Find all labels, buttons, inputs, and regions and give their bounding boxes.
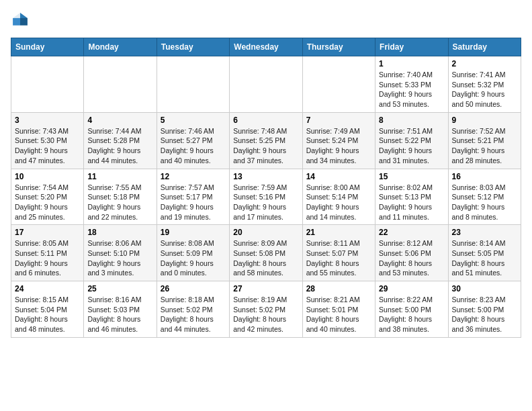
day-info: Sunrise: 7:41 AMSunset: 5:32 PMDaylight:…: [452, 70, 517, 109]
svg-marker-3: [20, 18, 28, 26]
calendar-cell: 11Sunrise: 7:55 AMSunset: 5:18 PMDayligh…: [84, 169, 157, 225]
day-info: Sunrise: 8:03 AMSunset: 5:12 PMDaylight:…: [452, 183, 517, 222]
day-number: 10: [15, 172, 80, 181]
calendar-cell: 29Sunrise: 8:22 AMSunset: 5:00 PMDayligh…: [375, 281, 448, 338]
calendar-cell: 7Sunrise: 7:49 AMSunset: 5:24 PMDaylight…: [302, 112, 375, 169]
day-header-saturday: Saturday: [448, 38, 521, 56]
day-header-wednesday: Wednesday: [230, 38, 302, 56]
day-number: 21: [306, 228, 371, 237]
calendar-week-row: 24Sunrise: 8:15 AMSunset: 5:04 PMDayligh…: [11, 281, 521, 338]
day-header-thursday: Thursday: [302, 38, 375, 56]
day-info: Sunrise: 8:06 AMSunset: 5:10 PMDaylight:…: [87, 238, 152, 278]
day-info: Sunrise: 8:18 AMSunset: 5:02 PMDaylight:…: [161, 295, 226, 334]
day-info: Sunrise: 7:48 AMSunset: 5:25 PMDaylight:…: [233, 126, 298, 166]
calendar-cell: [11, 56, 84, 113]
day-info: Sunrise: 8:02 AMSunset: 5:13 PMDaylight:…: [379, 183, 444, 222]
day-number: 15: [379, 172, 444, 181]
day-header-sunday: Sunday: [11, 38, 84, 56]
calendar-cell: 3Sunrise: 7:43 AMSunset: 5:30 PMDaylight…: [11, 112, 84, 169]
calendar-cell: 23Sunrise: 8:14 AMSunset: 5:05 PMDayligh…: [448, 225, 521, 281]
day-number: 30: [452, 284, 517, 293]
calendar-cell: 24Sunrise: 8:15 AMSunset: 5:04 PMDayligh…: [11, 281, 84, 338]
day-number: 6: [233, 116, 298, 125]
day-info: Sunrise: 8:19 AMSunset: 5:02 PMDaylight:…: [233, 295, 298, 334]
day-info: Sunrise: 8:14 AMSunset: 5:05 PMDaylight:…: [452, 238, 517, 278]
day-info: Sunrise: 7:40 AMSunset: 5:33 PMDaylight:…: [379, 70, 444, 109]
calendar-cell: 12Sunrise: 7:57 AMSunset: 5:17 PMDayligh…: [157, 169, 229, 225]
day-number: 29: [379, 284, 444, 293]
day-info: Sunrise: 7:46 AMSunset: 5:27 PMDaylight:…: [161, 126, 226, 166]
calendar-cell: 20Sunrise: 8:09 AMSunset: 5:08 PMDayligh…: [230, 225, 302, 281]
calendar-cell: 21Sunrise: 8:11 AMSunset: 5:07 PMDayligh…: [302, 225, 375, 281]
day-info: Sunrise: 7:57 AMSunset: 5:17 PMDaylight:…: [161, 183, 226, 222]
day-info: Sunrise: 8:22 AMSunset: 5:00 PMDaylight:…: [379, 295, 444, 334]
day-info: Sunrise: 7:51 AMSunset: 5:22 PMDaylight:…: [379, 126, 444, 166]
calendar-cell: 27Sunrise: 8:19 AMSunset: 5:02 PMDayligh…: [230, 281, 302, 338]
day-header-friday: Friday: [375, 38, 448, 56]
day-number: 18: [87, 228, 152, 237]
calendar-cell: 16Sunrise: 8:03 AMSunset: 5:12 PMDayligh…: [448, 169, 521, 225]
day-number: 22: [379, 228, 444, 237]
calendar-table: SundayMondayTuesdayWednesdayThursdayFrid…: [11, 38, 521, 338]
calendar-cell: 28Sunrise: 8:21 AMSunset: 5:01 PMDayligh…: [302, 281, 375, 338]
calendar-cell: 9Sunrise: 7:52 AMSunset: 5:21 PMDaylight…: [448, 112, 521, 169]
day-number: 26: [161, 284, 226, 293]
calendar-header-row: SundayMondayTuesdayWednesdayThursdayFrid…: [11, 38, 521, 56]
day-number: 23: [452, 228, 517, 237]
day-number: 4: [87, 116, 152, 125]
day-info: Sunrise: 8:23 AMSunset: 5:00 PMDaylight:…: [452, 295, 517, 334]
calendar-cell: 2Sunrise: 7:41 AMSunset: 5:32 PMDaylight…: [448, 56, 521, 113]
day-number: 11: [87, 172, 152, 181]
calendar-cell: 17Sunrise: 8:05 AMSunset: 5:11 PMDayligh…: [11, 225, 84, 281]
calendar-cell: 13Sunrise: 7:59 AMSunset: 5:16 PMDayligh…: [230, 169, 302, 225]
day-number: 28: [306, 284, 371, 293]
day-header-monday: Monday: [84, 38, 157, 56]
day-number: 3: [15, 116, 80, 125]
day-info: Sunrise: 7:55 AMSunset: 5:18 PMDaylight:…: [87, 183, 152, 222]
logo: [11, 11, 32, 30]
calendar-cell: 26Sunrise: 8:18 AMSunset: 5:02 PMDayligh…: [157, 281, 229, 338]
day-info: Sunrise: 8:15 AMSunset: 5:04 PMDaylight:…: [15, 295, 80, 334]
day-number: 5: [161, 116, 226, 125]
svg-marker-4: [13, 18, 20, 26]
calendar-cell: 10Sunrise: 7:54 AMSunset: 5:20 PMDayligh…: [11, 169, 84, 225]
day-info: Sunrise: 7:52 AMSunset: 5:21 PMDaylight:…: [452, 126, 517, 166]
calendar-cell: 25Sunrise: 8:16 AMSunset: 5:03 PMDayligh…: [84, 281, 157, 338]
day-number: 1: [379, 59, 444, 68]
calendar-cell: 19Sunrise: 8:08 AMSunset: 5:09 PMDayligh…: [157, 225, 229, 281]
calendar-cell: [84, 56, 157, 113]
calendar-cell: 5Sunrise: 7:46 AMSunset: 5:27 PMDaylight…: [157, 112, 229, 169]
calendar-cell: [157, 56, 229, 113]
day-info: Sunrise: 8:05 AMSunset: 5:11 PMDaylight:…: [15, 238, 80, 278]
calendar-cell: 4Sunrise: 7:44 AMSunset: 5:28 PMDaylight…: [84, 112, 157, 169]
calendar-cell: [230, 56, 302, 113]
day-number: 16: [452, 172, 517, 181]
calendar-cell: 8Sunrise: 7:51 AMSunset: 5:22 PMDaylight…: [375, 112, 448, 169]
calendar-week-row: 10Sunrise: 7:54 AMSunset: 5:20 PMDayligh…: [11, 169, 521, 225]
day-info: Sunrise: 7:43 AMSunset: 5:30 PMDaylight:…: [15, 126, 80, 166]
calendar-cell: 18Sunrise: 8:06 AMSunset: 5:10 PMDayligh…: [84, 225, 157, 281]
day-number: 7: [306, 116, 371, 125]
day-info: Sunrise: 8:00 AMSunset: 5:14 PMDaylight:…: [306, 183, 371, 222]
calendar-week-row: 1Sunrise: 7:40 AMSunset: 5:33 PMDaylight…: [11, 56, 521, 113]
day-info: Sunrise: 8:21 AMSunset: 5:01 PMDaylight:…: [306, 295, 371, 334]
day-number: 20: [233, 228, 298, 237]
day-number: 24: [15, 284, 80, 293]
day-number: 27: [233, 284, 298, 293]
day-info: Sunrise: 8:11 AMSunset: 5:07 PMDaylight:…: [306, 238, 371, 278]
page-header: [11, 11, 521, 30]
day-number: 19: [161, 228, 226, 237]
calendar-week-row: 3Sunrise: 7:43 AMSunset: 5:30 PMDaylight…: [11, 112, 521, 169]
calendar-cell: 22Sunrise: 8:12 AMSunset: 5:06 PMDayligh…: [375, 225, 448, 281]
calendar-cell: [302, 56, 375, 113]
day-info: Sunrise: 7:59 AMSunset: 5:16 PMDaylight:…: [233, 183, 298, 222]
day-number: 12: [161, 172, 226, 181]
day-number: 13: [233, 172, 298, 181]
calendar-cell: 15Sunrise: 8:02 AMSunset: 5:13 PMDayligh…: [375, 169, 448, 225]
day-number: 17: [15, 228, 80, 237]
day-info: Sunrise: 8:08 AMSunset: 5:09 PMDaylight:…: [161, 238, 226, 278]
day-info: Sunrise: 7:54 AMSunset: 5:20 PMDaylight:…: [15, 183, 80, 222]
day-info: Sunrise: 7:44 AMSunset: 5:28 PMDaylight:…: [87, 126, 152, 166]
day-info: Sunrise: 8:16 AMSunset: 5:03 PMDaylight:…: [87, 295, 152, 334]
calendar-cell: 1Sunrise: 7:40 AMSunset: 5:33 PMDaylight…: [375, 56, 448, 113]
